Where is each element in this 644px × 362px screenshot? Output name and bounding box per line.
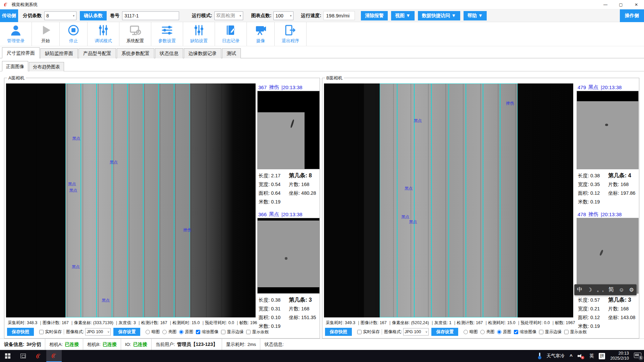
language-indicator[interactable]: 英: [589, 353, 594, 359]
original-image-radio[interactable]: [497, 330, 501, 334]
taskbar-clock[interactable]: 20:13 2025/2/10: [610, 351, 629, 361]
show-count-checkbox[interactable]: [564, 330, 569, 334]
tab-边缘数据记录[interactable]: 边缘数据记录: [184, 48, 221, 58]
chart-points-select[interactable]: 100 ▾: [273, 11, 293, 20]
bright-image-radio[interactable]: [480, 330, 485, 334]
windows-logo-icon: [5, 353, 10, 359]
tab-状态信息[interactable]: 状态信息: [155, 48, 183, 58]
confirm-count-button[interactable]: 确认条数: [80, 11, 107, 20]
action-参数设置[interactable]: 参数设置: [151, 22, 183, 46]
io-label: IO:: [125, 342, 131, 347]
defect-annotation: 黑点: [68, 181, 76, 187]
action-系统配置[interactable]: 系统配置: [119, 22, 151, 46]
start-button[interactable]: [0, 350, 15, 362]
snapshot-button[interactable]: 保存快照: [7, 328, 34, 336]
maximize-button[interactable]: ▢: [613, 0, 629, 9]
view-menu-button[interactable]: 视图 ▼: [391, 11, 415, 20]
data-quick-access-menu-button[interactable]: 数据快捷访问 ▼: [418, 11, 460, 20]
ime-emoji-icon[interactable]: ☺: [619, 287, 624, 293]
subtab-正面图像[interactable]: 正面图像: [2, 61, 28, 71]
tab-测试[interactable]: 测试: [222, 48, 241, 58]
save-settings-button[interactable]: 保存设置: [431, 328, 458, 336]
realtime-save-checkbox[interactable]: [357, 330, 362, 334]
strip-boundary-line: [397, 83, 414, 317]
action-调试模式[interactable]: 调试模式: [88, 22, 119, 46]
save-settings-button[interactable]: 保存设置: [113, 328, 140, 336]
run-mode-select[interactable]: 双面检测 ▾: [214, 11, 243, 20]
bright-image-label: 亮图: [168, 329, 176, 335]
dark-image-radio[interactable]: [146, 330, 150, 334]
show-edge-checkbox[interactable]: [221, 330, 225, 334]
app-status-bar: 设备信息: 3#分切 相机A: 已连接 相机B: 已连接 IO: 已连接 当前用…: [0, 339, 644, 350]
defect-card[interactable]: 367挫伤|20:13:38 长度: 2.17 第几条: 8 宽度: 0.54 …: [257, 83, 320, 206]
ime-fullwidth-icon[interactable]: ☽: [587, 287, 592, 293]
volume-muted-icon[interactable]: ✕: [578, 353, 584, 359]
action-摄像[interactable]: 摄像: [247, 22, 275, 46]
action-label: 参数设置: [158, 38, 176, 44]
sub-tab-bar: 正面图像分布趋势图表: [0, 61, 644, 71]
tab-尺寸监控界面[interactable]: 尺寸监控界面: [2, 47, 40, 58]
ime-punctuation-icon[interactable]: 。,: [597, 286, 603, 293]
realtime-save-checkbox[interactable]: [39, 330, 44, 334]
windows-taskbar: 天气寒冷 ^ ✕ 英 拼 20:13 2025/2/10 6: [0, 350, 644, 362]
action-日志记录[interactable]: 日志记录: [215, 22, 247, 46]
dark-image-radio[interactable]: [464, 330, 468, 334]
ime-simplified-button[interactable]: 简: [608, 286, 614, 293]
tab-产品型号配置[interactable]: 产品型号配置: [78, 48, 116, 58]
user-icon: [9, 23, 22, 37]
action-停止[interactable]: 停止: [60, 22, 88, 46]
action-label: 开始: [41, 38, 50, 44]
action-label: 停止: [69, 38, 78, 44]
tab-系统参数配置[interactable]: 系统参数配置: [117, 48, 154, 58]
slit-count-select[interactable]: 8 ▾: [44, 11, 76, 20]
weather-status: 天气寒冷: [546, 353, 565, 359]
image-format-select[interactable]: JPG 100 ∨: [403, 328, 429, 336]
action-开始[interactable]: 开始: [32, 22, 60, 46]
pinyin-indicator[interactable]: 拼: [599, 353, 605, 359]
display-time-value: 2ms: [248, 342, 256, 347]
tray-expand-chevron[interactable]: ^: [570, 353, 573, 359]
system-tray: 天气寒冷 ^ ✕ 英 拼 20:13 2025/2/10 6: [538, 350, 641, 362]
chevron-down-icon: ▾: [239, 14, 241, 17]
action-管理登录[interactable]: 管理登录: [0, 22, 32, 46]
defect-annotation: 黑点: [72, 136, 80, 141]
camera-b-panel: B面相机 黑点黑点黑点黑点挫伤 采集耗时: 349.3 ｜图像计数: 167 ｜…: [322, 78, 639, 339]
running-app-button[interactable]: [46, 350, 62, 362]
pinned-app-button[interactable]: [31, 350, 46, 362]
defect-thumbnail: [257, 91, 320, 169]
snapshot-button[interactable]: 保存快照: [325, 328, 352, 336]
defect-card[interactable]: 479黑点|20:13:38 长度: 0.38 第几条: 4 宽度: 0.35 …: [577, 83, 639, 206]
defect-card[interactable]: 366黑点|20:13:38 长度: 0.38 第几条: 3 宽度: 0.31 …: [257, 210, 320, 330]
drive-side-button[interactable]: 传动侧: [0, 9, 18, 22]
show-edge-checkbox[interactable]: [539, 330, 543, 334]
roll-number-input[interactable]: [122, 11, 179, 20]
minimize-button[interactable]: —: [598, 0, 613, 9]
bright-image-radio[interactable]: [162, 330, 167, 334]
close-button[interactable]: ✕: [629, 0, 644, 9]
tab-缺陷监控界面[interactable]: 缺陷监控界面: [40, 48, 78, 58]
camera-image-b[interactable]: 黑点黑点黑点黑点挫伤: [324, 83, 573, 317]
ime-chinese-mode-button[interactable]: 中: [577, 286, 582, 293]
subtab-分布趋势图表[interactable]: 分布趋势图表: [29, 62, 64, 71]
operator-side-button[interactable]: 操作侧: [620, 9, 644, 22]
defect-card[interactable]: 478挫伤|20:13:38 长度: 0.57 第几条: 3 宽度: 0.21 …: [577, 210, 639, 330]
sliders-horizontal-icon: [160, 23, 174, 37]
current-user-value: 管理员【123-123】: [177, 342, 218, 348]
task-view-button[interactable]: [15, 350, 31, 362]
log-book-icon: [224, 23, 237, 37]
action-缺陷设置[interactable]: 缺陷设置: [183, 22, 215, 46]
ime-settings-gear-icon[interactable]: ⚙: [629, 287, 634, 293]
show-count-checkbox[interactable]: [246, 330, 251, 334]
camera-image-a[interactable]: 黑点黑点黑点黑点黑点黑点挫伤: [6, 83, 256, 317]
zoom-image-checkbox[interactable]: [514, 330, 518, 334]
camera-b-label: 相机B:: [87, 342, 101, 348]
notification-center-button[interactable]: 6: [634, 353, 641, 359]
image-format-select[interactable]: JPG 100 ∨: [85, 328, 111, 336]
defect-measurements: 长度: 0.38 第几条: 3 宽度: 0.31 片数: 168 面积: 0.1…: [257, 294, 320, 330]
zoom-image-checkbox[interactable]: [196, 330, 200, 334]
help-menu-button[interactable]: 帮助 ▼: [464, 11, 487, 20]
original-image-radio[interactable]: [179, 330, 183, 334]
clear-alarm-button[interactable]: 清除报警: [361, 11, 388, 20]
action-退出程序[interactable]: 退出程序: [275, 22, 307, 46]
chevron-down-icon: ∨: [425, 330, 428, 334]
